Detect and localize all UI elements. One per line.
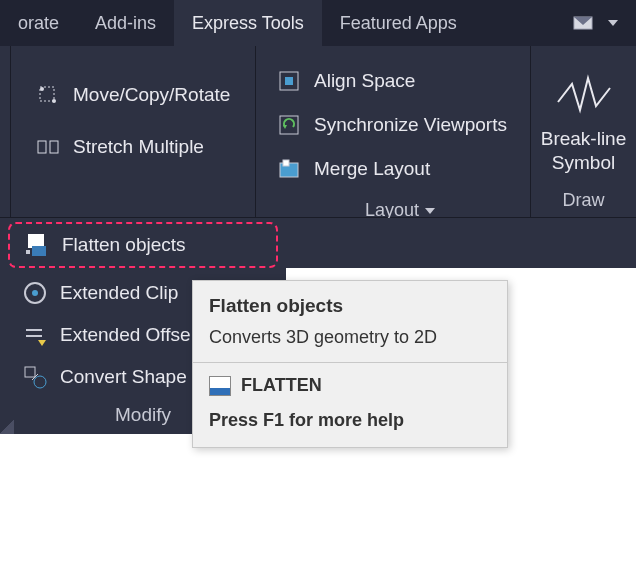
- cmd-break-line-symbol[interactable]: [554, 64, 614, 127]
- cmd-label: Stretch Multiple: [73, 136, 204, 158]
- tooltip-flatten-objects: Flatten objects Converts 3D geometry to …: [192, 280, 508, 448]
- ribbon-content: Move/Copy/Rotate Stretch Multiple Align …: [0, 46, 636, 218]
- cmd-label-line1: Break-line: [541, 127, 627, 152]
- merge-layout-icon: [276, 156, 302, 182]
- align-space-icon: [276, 68, 302, 94]
- break-line-icon: [554, 70, 614, 120]
- svg-rect-17: [26, 250, 30, 254]
- cmd-flatten-objects[interactable]: Flatten objects: [8, 222, 278, 268]
- chevron-down-icon: [425, 206, 435, 216]
- svg-rect-21: [25, 367, 35, 377]
- ribbon-group-modify-quick: Move/Copy/Rotate Stretch Multiple: [11, 46, 255, 217]
- svg-rect-16: [32, 246, 46, 256]
- cmd-label: Merge Layout: [314, 158, 430, 180]
- tooltip-command-row: FLATTEN: [209, 375, 491, 396]
- tab-add-ins[interactable]: Add-ins: [77, 0, 174, 46]
- stretch-multiple-icon: [35, 134, 61, 160]
- tooltip-command-name: FLATTEN: [241, 375, 322, 396]
- cmd-label: Move/Copy/Rotate: [73, 84, 230, 106]
- flatten-command-icon: [209, 376, 231, 396]
- chevron-down-icon: [608, 18, 618, 28]
- ribbon-overflow-strip: [286, 218, 636, 268]
- svg-point-22: [34, 376, 46, 388]
- cmd-label: Extended Offse: [60, 324, 191, 346]
- extended-offset-icon: [22, 322, 48, 348]
- convert-shape-icon: [22, 364, 48, 390]
- group-title-draw[interactable]: Draw: [562, 186, 604, 217]
- svg-rect-13: [283, 160, 289, 166]
- tab-label: orate: [18, 13, 59, 34]
- panel-resize-grip[interactable]: [0, 420, 14, 434]
- ribbon-group-draw: Break-line Symbol Draw: [531, 46, 636, 217]
- move-copy-rotate-icon: [35, 82, 61, 108]
- svg-marker-14: [425, 208, 435, 214]
- tooltip-divider: [193, 362, 507, 363]
- svg-marker-2: [608, 20, 618, 26]
- cmd-label: Align Space: [314, 70, 415, 92]
- tooltip-title: Flatten objects: [209, 295, 491, 317]
- panel-state-icon: [574, 14, 604, 32]
- svg-rect-15: [28, 234, 44, 248]
- cmd-label: Flatten objects: [62, 234, 186, 256]
- svg-marker-20: [38, 340, 46, 346]
- cmd-label: Synchronize Viewports: [314, 114, 507, 136]
- panel-title-label: Modify: [115, 404, 171, 426]
- ribbon-tab-strip: orate Add-ins Express Tools Featured App…: [0, 0, 636, 46]
- svg-rect-9: [285, 77, 293, 85]
- extended-clip-icon: [22, 280, 48, 306]
- cmd-move-copy-rotate[interactable]: Move/Copy/Rotate: [29, 78, 255, 112]
- cmd-label: Extended Clip: [60, 282, 178, 304]
- svg-rect-6: [38, 141, 46, 153]
- tab-collaborate[interactable]: orate: [0, 0, 77, 46]
- svg-rect-7: [50, 141, 58, 153]
- ribbon-group-layout: Align Space Synchronize Viewports Merge …: [256, 46, 530, 217]
- tab-express-tools[interactable]: Express Tools: [174, 0, 322, 46]
- cmd-label-line2: Symbol: [552, 151, 615, 176]
- cmd-align-space[interactable]: Align Space: [270, 64, 530, 98]
- cmd-label: Convert Shape: [60, 366, 187, 388]
- svg-marker-11: [283, 125, 287, 129]
- tooltip-help-hint: Press F1 for more help: [209, 410, 491, 431]
- synchronize-viewports-icon: [276, 112, 302, 138]
- flatten-objects-icon: [24, 232, 50, 258]
- svg-point-4: [52, 99, 56, 103]
- tooltip-description: Converts 3D geometry to 2D: [209, 327, 491, 348]
- svg-point-19: [32, 290, 38, 296]
- cmd-stretch-multiple[interactable]: Stretch Multiple: [29, 130, 255, 164]
- tab-featured-apps[interactable]: Featured Apps: [322, 0, 475, 46]
- tab-label: Express Tools: [192, 13, 304, 34]
- cmd-synchronize-viewports[interactable]: Synchronize Viewports: [270, 108, 530, 142]
- tab-label: Add-ins: [95, 13, 156, 34]
- tab-label: Featured Apps: [340, 13, 457, 34]
- quick-access-toolbar[interactable]: [574, 0, 636, 46]
- cmd-merge-layout[interactable]: Merge Layout: [270, 152, 530, 186]
- group-title-label: Draw: [562, 190, 604, 211]
- svg-point-5: [40, 87, 44, 91]
